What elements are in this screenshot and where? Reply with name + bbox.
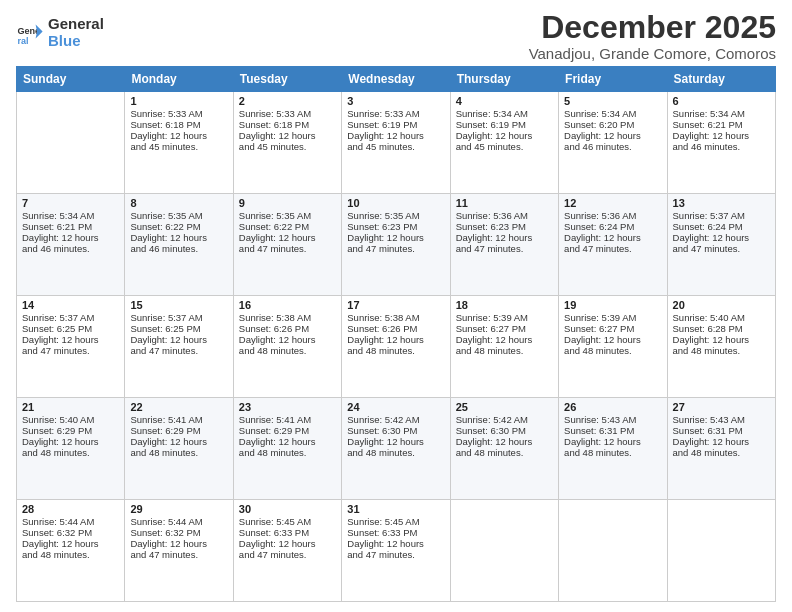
cell-line: Sunrise: 5:38 AM [239, 312, 336, 323]
cell-line: Daylight: 12 hours [22, 436, 119, 447]
cell-line: Sunset: 6:31 PM [673, 425, 770, 436]
cell-line: and 47 minutes. [130, 549, 227, 560]
cell-line: Sunrise: 5:40 AM [673, 312, 770, 323]
cell-line: Daylight: 12 hours [347, 232, 444, 243]
cell-line: Sunrise: 5:43 AM [673, 414, 770, 425]
day-number: 11 [456, 197, 553, 209]
calendar-cell: 31Sunrise: 5:45 AMSunset: 6:33 PMDayligh… [342, 500, 450, 602]
cell-line: Daylight: 12 hours [239, 232, 336, 243]
cell-line: Sunrise: 5:37 AM [130, 312, 227, 323]
calendar-cell: 24Sunrise: 5:42 AMSunset: 6:30 PMDayligh… [342, 398, 450, 500]
cell-line: Daylight: 12 hours [22, 232, 119, 243]
main-title: December 2025 [529, 10, 776, 45]
calendar-cell: 12Sunrise: 5:36 AMSunset: 6:24 PMDayligh… [559, 194, 667, 296]
cell-line: Sunrise: 5:33 AM [347, 108, 444, 119]
calendar-cell [17, 92, 125, 194]
cell-line: Daylight: 12 hours [456, 130, 553, 141]
day-number: 18 [456, 299, 553, 311]
cell-line: Daylight: 12 hours [347, 334, 444, 345]
day-number: 21 [22, 401, 119, 413]
cell-line: and 47 minutes. [347, 549, 444, 560]
calendar-cell: 16Sunrise: 5:38 AMSunset: 6:26 PMDayligh… [233, 296, 341, 398]
cell-line: and 47 minutes. [239, 243, 336, 254]
calendar-day-header: Friday [559, 67, 667, 92]
calendar-cell: 2Sunrise: 5:33 AMSunset: 6:18 PMDaylight… [233, 92, 341, 194]
day-number: 29 [130, 503, 227, 515]
day-number: 13 [673, 197, 770, 209]
cell-line: and 45 minutes. [347, 141, 444, 152]
day-number: 27 [673, 401, 770, 413]
cell-line: Sunset: 6:23 PM [347, 221, 444, 232]
calendar-cell: 19Sunrise: 5:39 AMSunset: 6:27 PMDayligh… [559, 296, 667, 398]
cell-line: and 48 minutes. [239, 447, 336, 458]
logo-text: General Blue [48, 16, 104, 49]
cell-line: Daylight: 12 hours [22, 538, 119, 549]
calendar-week-row: 14Sunrise: 5:37 AMSunset: 6:25 PMDayligh… [17, 296, 776, 398]
cell-line: and 46 minutes. [564, 141, 661, 152]
calendar-cell: 3Sunrise: 5:33 AMSunset: 6:19 PMDaylight… [342, 92, 450, 194]
cell-line: Sunset: 6:29 PM [239, 425, 336, 436]
cell-line: Sunset: 6:27 PM [456, 323, 553, 334]
cell-line: Sunset: 6:24 PM [564, 221, 661, 232]
cell-line: Daylight: 12 hours [239, 538, 336, 549]
cell-line: Daylight: 12 hours [130, 538, 227, 549]
cell-line: Daylight: 12 hours [22, 334, 119, 345]
cell-line: Sunset: 6:31 PM [564, 425, 661, 436]
cell-line: Sunrise: 5:44 AM [130, 516, 227, 527]
calendar-cell: 10Sunrise: 5:35 AMSunset: 6:23 PMDayligh… [342, 194, 450, 296]
cell-line: Sunset: 6:32 PM [22, 527, 119, 538]
logo-general-text: General [48, 16, 104, 33]
day-number: 9 [239, 197, 336, 209]
cell-line: Sunrise: 5:41 AM [130, 414, 227, 425]
svg-text:ral: ral [17, 35, 28, 45]
cell-line: and 48 minutes. [564, 447, 661, 458]
calendar-day-header: Thursday [450, 67, 558, 92]
cell-line: and 48 minutes. [347, 447, 444, 458]
cell-line: and 48 minutes. [239, 345, 336, 356]
cell-line: Daylight: 12 hours [673, 232, 770, 243]
subtitle: Vanadjou, Grande Comore, Comoros [529, 45, 776, 62]
cell-line: Sunset: 6:33 PM [239, 527, 336, 538]
cell-line: Sunset: 6:20 PM [564, 119, 661, 130]
cell-line: Daylight: 12 hours [564, 232, 661, 243]
calendar-cell: 13Sunrise: 5:37 AMSunset: 6:24 PMDayligh… [667, 194, 775, 296]
cell-line: Sunrise: 5:37 AM [22, 312, 119, 323]
calendar-table: SundayMondayTuesdayWednesdayThursdayFrid… [16, 66, 776, 602]
cell-line: Sunset: 6:26 PM [347, 323, 444, 334]
calendar-cell: 23Sunrise: 5:41 AMSunset: 6:29 PMDayligh… [233, 398, 341, 500]
calendar-cell: 17Sunrise: 5:38 AMSunset: 6:26 PMDayligh… [342, 296, 450, 398]
cell-line: Sunset: 6:19 PM [347, 119, 444, 130]
cell-line: Daylight: 12 hours [673, 130, 770, 141]
calendar-cell: 9Sunrise: 5:35 AMSunset: 6:22 PMDaylight… [233, 194, 341, 296]
cell-line: and 48 minutes. [347, 345, 444, 356]
cell-line: and 47 minutes. [564, 243, 661, 254]
day-number: 4 [456, 95, 553, 107]
calendar-cell [559, 500, 667, 602]
cell-line: and 48 minutes. [22, 447, 119, 458]
calendar-cell: 15Sunrise: 5:37 AMSunset: 6:25 PMDayligh… [125, 296, 233, 398]
logo-blue-text: Blue [48, 33, 104, 50]
day-number: 2 [239, 95, 336, 107]
day-number: 24 [347, 401, 444, 413]
cell-line: Sunrise: 5:36 AM [456, 210, 553, 221]
header: Gene ral General Blue December 2025 Vana… [16, 10, 776, 62]
cell-line: and 48 minutes. [673, 345, 770, 356]
calendar-cell: 8Sunrise: 5:35 AMSunset: 6:22 PMDaylight… [125, 194, 233, 296]
cell-line: Sunrise: 5:44 AM [22, 516, 119, 527]
cell-line: and 48 minutes. [130, 447, 227, 458]
cell-line: Daylight: 12 hours [239, 130, 336, 141]
day-number: 16 [239, 299, 336, 311]
logo-icon: Gene ral [16, 19, 44, 47]
calendar-cell [450, 500, 558, 602]
cell-line: Daylight: 12 hours [130, 436, 227, 447]
cell-line: Sunset: 6:29 PM [22, 425, 119, 436]
cell-line: Daylight: 12 hours [239, 436, 336, 447]
cell-line: Sunset: 6:28 PM [673, 323, 770, 334]
cell-line: and 46 minutes. [22, 243, 119, 254]
cell-line: Daylight: 12 hours [564, 436, 661, 447]
cell-line: Sunrise: 5:35 AM [239, 210, 336, 221]
cell-line: Sunset: 6:21 PM [22, 221, 119, 232]
calendar-week-row: 21Sunrise: 5:40 AMSunset: 6:29 PMDayligh… [17, 398, 776, 500]
cell-line: Sunset: 6:23 PM [456, 221, 553, 232]
cell-line: Daylight: 12 hours [456, 232, 553, 243]
